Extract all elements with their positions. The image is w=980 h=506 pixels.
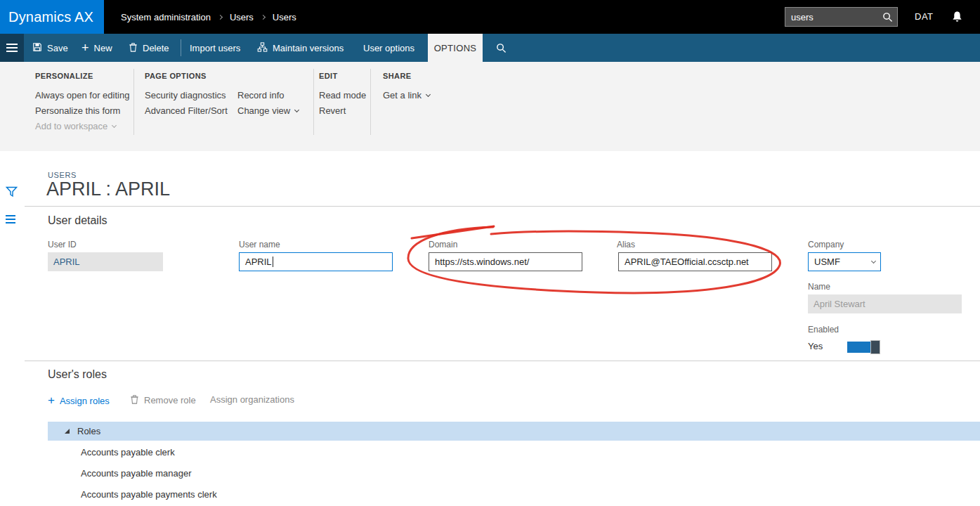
enabled-toggle[interactable] <box>847 342 880 353</box>
enabled-value: Yes <box>808 341 823 351</box>
import-users-button[interactable]: Import users <box>190 34 240 62</box>
user-options-button[interactable]: User options <box>363 34 414 62</box>
chevron-down-icon <box>294 107 299 112</box>
advanced-filter-sort[interactable]: Advanced Filter/Sort <box>145 105 228 116</box>
role-row[interactable]: Accounts payable manager <box>81 468 192 479</box>
breadcrumb-separator-icon <box>261 15 266 20</box>
read-mode[interactable]: Read mode <box>319 90 366 100</box>
chevron-down-icon <box>871 259 876 264</box>
chevron-down-icon <box>112 122 117 127</box>
account-menu[interactable]: DAT <box>915 0 934 34</box>
maintain-versions-button[interactable]: Maintain versions <box>257 34 344 62</box>
domain-label: Domain <box>429 240 457 249</box>
company-select[interactable]: USMF <box>808 252 881 271</box>
save-icon <box>32 42 42 54</box>
plus-icon: + <box>81 41 89 54</box>
save-button[interactable]: Save <box>32 34 68 62</box>
security-diagnostics[interactable]: Security diagnostics <box>145 90 226 100</box>
record-info[interactable]: Record info <box>237 90 284 100</box>
filter-icon[interactable] <box>6 186 18 200</box>
breadcrumb-users-page[interactable]: Users <box>273 12 296 22</box>
toggle-knob <box>870 340 880 354</box>
group-header-personalize: PERSONALIZE <box>35 72 93 80</box>
options-ribbon: PERSONALIZE Always open for editing Pers… <box>0 62 980 151</box>
section-divider <box>25 206 980 207</box>
breadcrumb-separator-icon <box>218 15 223 20</box>
domain-field[interactable]: https://sts.windows.net/ <box>429 252 582 271</box>
alias-label: Alias <box>617 240 635 249</box>
breadcrumb: System administration Users Users <box>121 0 296 34</box>
search-icon[interactable] <box>877 8 897 26</box>
alias-field[interactable]: APRIL@TAEOfficial.ccsctp.net <box>618 252 772 271</box>
chevron-down-icon <box>426 91 431 96</box>
assign-roles-button[interactable]: + Assign roles <box>48 394 110 407</box>
name-field: April Stewart <box>808 294 962 313</box>
app-window: Dynamics AX System administration Users … <box>0 0 980 506</box>
global-search-input[interactable] <box>785 12 877 22</box>
collapse-triangle-icon <box>65 429 70 434</box>
action-pane-toolbar: Save + New Delete Import users Maintain … <box>0 34 980 62</box>
hamburger-menu-icon[interactable] <box>0 34 24 62</box>
role-row[interactable]: Accounts payable clerk <box>81 447 175 458</box>
ribbon-divider <box>370 69 371 135</box>
breadcrumb-system-administration[interactable]: System administration <box>121 12 211 22</box>
group-header-edit: EDIT <box>319 72 338 80</box>
user-id-field[interactable]: APRIL <box>48 252 163 271</box>
user-id-label: User ID <box>48 240 77 249</box>
toolbar-search-icon[interactable] <box>490 34 512 62</box>
change-view[interactable]: Change view <box>237 105 299 116</box>
roles-group-header[interactable]: Roles <box>48 422 980 441</box>
top-navigation-bar: Dynamics AX System administration Users … <box>0 0 980 34</box>
app-logo[interactable]: Dynamics AX <box>0 0 104 34</box>
breadcrumb-users[interactable]: Users <box>230 12 254 22</box>
global-search-box <box>785 7 898 27</box>
list-view-icon[interactable] <box>6 215 15 226</box>
page-title: APRIL : APRIL <box>46 179 170 200</box>
tab-options[interactable]: OPTIONS <box>428 34 483 62</box>
section-divider <box>25 361 980 361</box>
personalize-this-form[interactable]: Personalize this form <box>35 105 120 116</box>
new-button[interactable]: + New <box>81 34 112 62</box>
always-open-for-editing[interactable]: Always open for editing <box>35 90 129 100</box>
remove-role-button[interactable]: Remove role <box>130 394 196 406</box>
trash-icon <box>130 394 139 406</box>
name-label: Name <box>808 282 830 292</box>
users-roles-header: User's roles <box>48 368 107 381</box>
group-header-share: SHARE <box>383 72 412 80</box>
add-to-workspace[interactable]: Add to workspace <box>35 121 116 131</box>
maintain-versions-icon <box>257 42 268 54</box>
get-a-link[interactable]: Get a link <box>383 90 430 100</box>
company-label: Company <box>808 240 844 249</box>
assign-organizations-button[interactable]: Assign organizations <box>210 394 294 405</box>
user-details-header: User details <box>48 214 107 227</box>
plus-icon: + <box>48 394 55 407</box>
roles-group-label: Roles <box>77 426 100 436</box>
group-header-page-options: PAGE OPTIONS <box>145 72 207 80</box>
trash-icon <box>129 42 138 54</box>
user-name-field[interactable]: APRIL <box>239 252 393 271</box>
text-cursor <box>273 257 273 267</box>
toolbar-divider <box>181 39 181 56</box>
role-row[interactable]: Accounts payable payments clerk <box>81 489 217 500</box>
user-name-label: User name <box>239 240 280 249</box>
enabled-label: Enabled <box>808 325 839 335</box>
ribbon-divider <box>313 69 314 135</box>
ribbon-divider <box>133 69 134 135</box>
revert[interactable]: Revert <box>319 105 346 116</box>
notifications-bell-icon[interactable] <box>951 11 963 26</box>
delete-button[interactable]: Delete <box>129 34 169 62</box>
